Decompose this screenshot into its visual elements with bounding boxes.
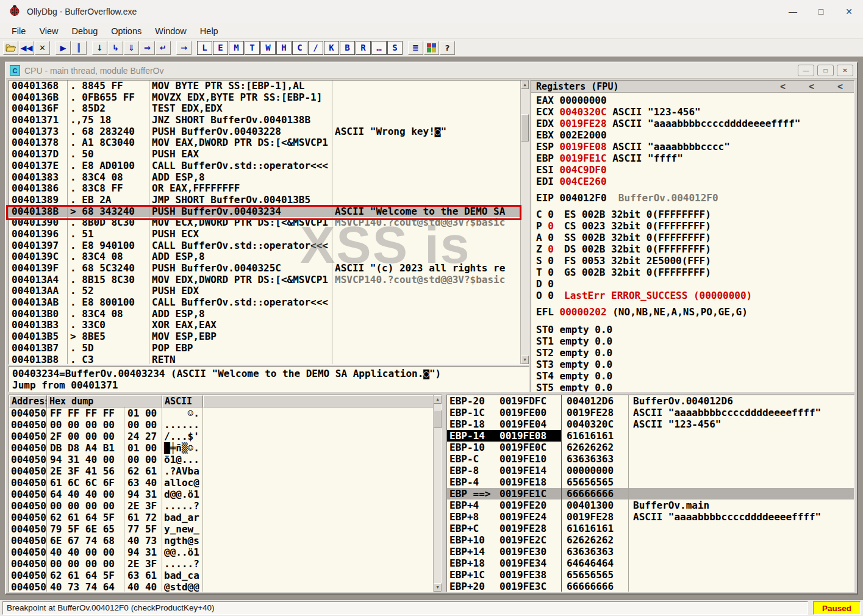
register-row[interactable]: EAX 00000000 (536, 95, 854, 106)
dump-row[interactable]: 00405000 00 00 002E 3F.....? (9, 500, 433, 512)
stack-row[interactable]: EBP-40019FE1865656565 (447, 476, 854, 488)
eflags-row[interactable]: EFL 00000202 (NO,NB,NE,A,NS,PO,GE,G) (536, 306, 854, 318)
disasm-row[interactable]: 00401378. A1 8C3040MOV EAX,DWORD PTR DS:… (9, 137, 520, 149)
disasm-row[interactable]: 00401389. EB 2AJMP SHORT BufferOv.004013… (9, 195, 520, 206)
view-call-stack-button[interactable]: K (324, 41, 339, 55)
disasm-row[interactable]: 0040139F. 68 5C3240PUSH BufferOv.0040325… (9, 263, 520, 274)
fpu-register-row[interactable]: ST2 empty 0.0 (536, 347, 854, 359)
dump-row[interactable]: 00405040 73 74 6440 40@std@@ (9, 581, 433, 592)
appearance-button[interactable] (424, 41, 439, 55)
register-row[interactable]: ESP 0019FE08 ASCII "aaaabbbbcccc" (536, 141, 854, 152)
fpu-register-row[interactable]: ST4 empty 0.0 (536, 370, 854, 382)
register-row[interactable]: ECX 0040320C ASCII "123-456" (536, 106, 854, 118)
stack-row[interactable]: EBP+1C0019FE3865656565 (447, 569, 854, 581)
stack-row[interactable]: EBP+100019FE2C62626262 (447, 534, 854, 546)
restart-button[interactable]: ◀◀ (19, 41, 34, 55)
view-threads-button[interactable]: T (245, 41, 260, 55)
disasm-row[interactable]: 00401368. 8845 FFMOV BYTE PTR SS:[EBP-1]… (9, 81, 520, 92)
dump-header-hex[interactable]: Hex dump (47, 395, 162, 407)
fpu-register-row[interactable]: ST1 empty 0.0 (536, 335, 854, 347)
view-references-button[interactable]: R (356, 41, 371, 55)
stack-row[interactable]: EBP-1C0019FE000019FE28ASCII "aaaabbbbccc… (447, 407, 854, 418)
view-windows-button[interactable]: W (260, 41, 276, 55)
disasm-scrollbar-thumb[interactable] (521, 114, 529, 141)
fpu-register-row[interactable]: ST0 empty 0.0 (536, 324, 854, 335)
menu-view[interactable]: View (32, 24, 65, 38)
flag-row[interactable]: A 0SS 002B 32bit 0(FFFFFFFF) (536, 232, 854, 243)
animate-over-button[interactable]: ⇒ (140, 41, 155, 55)
dump-row[interactable]: 0040506E 67 74 6840 73ngth@s (9, 535, 433, 546)
flag-row[interactable]: O 0LastErr ERROR_SUCCESS (00000000) (536, 290, 854, 301)
cpu-title-bar[interactable]: C CPU - main thread, module BufferOv — □… (6, 63, 857, 79)
step-into-button[interactable]: ↓ (92, 41, 107, 55)
disasm-row[interactable]: 00401390. 8B0D 8C30MOV ECX,DWORD PTR DS:… (9, 217, 520, 229)
menu-help[interactable]: Help (193, 24, 225, 38)
dump-row[interactable]: 00405000 00 00 002E 3F.....? (9, 558, 433, 570)
flag-row[interactable]: T 0GS 002B 32bit 0(FFFFFFFF) (536, 267, 854, 278)
view-cpu-button[interactable]: C (292, 41, 307, 55)
disasm-row[interactable]: 0040138B> 68 343240PUSH BufferOv.0040323… (9, 206, 520, 218)
pause-button[interactable]: ║ (71, 41, 87, 55)
disasm-row[interactable]: 00401397. E8 940100CALL BufferOv.std::op… (9, 240, 520, 252)
dump-header-address[interactable]: Address (9, 395, 47, 407)
disasm-row[interactable]: 00401371.,75 18JNZ SHORT BufferOv.004013… (9, 115, 520, 126)
register-row[interactable]: EDX 0019FE28 ASCII "aaaabbbbccccddddeeee… (536, 118, 854, 129)
menu-debug[interactable]: Debug (65, 24, 105, 38)
chevron-left-icon[interactable]: < (780, 81, 786, 92)
disasm-row[interactable]: 004013B5> 8BE5MOV ESP,EBP (9, 331, 520, 343)
flag-row[interactable]: P 0CS 0023 32bit 0(FFFFFFFF) (536, 220, 854, 232)
view-breakpoints-button[interactable]: B (340, 41, 355, 55)
flag-row[interactable]: C 0ES 002B 32bit 0(FFFFFFFF) (536, 209, 854, 220)
go-to-address-button[interactable]: → (176, 41, 192, 55)
dump-row[interactable]: 00405062 61 64 5F61 72bad_ar (9, 512, 433, 523)
menu-file[interactable]: File (5, 24, 32, 38)
register-row[interactable]: ESI 004C9DF0 (536, 164, 854, 176)
disasm-row[interactable]: 004013B3. 33C0XOR EAX,EAX (9, 320, 520, 331)
stack-row[interactable]: EBP-C0019FE1063636363 (447, 453, 854, 465)
disasm-row[interactable]: 004013AA. 52PUSH EDX (9, 285, 520, 297)
dump-header-ascii[interactable]: ASCII (162, 395, 203, 407)
run-button[interactable]: ▶ (56, 41, 71, 55)
disasm-row[interactable]: 0040136F. 85D2TEST EDX,EDX (9, 103, 520, 115)
scroll-up-icon[interactable]: ▲ (521, 81, 529, 89)
scroll-up-icon[interactable]: ▲ (434, 395, 442, 404)
register-row-eip[interactable]: EIP 004012F0 BufferOv.004012F0 (536, 192, 854, 204)
view-handles-button[interactable]: H (276, 41, 292, 55)
animate-into-button[interactable]: ⇓ (124, 41, 139, 55)
register-row[interactable]: EBX 002E2000 (536, 129, 854, 141)
view-executables-button[interactable]: E (213, 41, 228, 55)
view-log-button[interactable]: L (197, 41, 212, 55)
stack-row[interactable]: EBP+140019FE3063636363 (447, 546, 854, 557)
disasm-row[interactable]: 004013AB. E8 800100CALL BufferOv.std::op… (9, 297, 520, 309)
view-patches-button[interactable]: / (308, 41, 323, 55)
close-icon[interactable]: ✕ (835, 0, 863, 23)
maximize-icon[interactable]: □ (807, 0, 835, 23)
disasm-row[interactable]: 004013B8. C3RETN (9, 354, 520, 365)
dump-row[interactable]: 00405061 6C 6C 6F63 40alloc@ (9, 477, 433, 489)
stack-row[interactable]: EBP+80019FE240019FE28ASCII "aaaabbbbcccc… (447, 511, 854, 523)
chevron-left-icon[interactable]: < (837, 81, 843, 92)
stack-row[interactable]: EBP+180019FE3464646464 (447, 557, 854, 569)
cpu-minimize-icon[interactable]: — (798, 65, 814, 76)
stack-row[interactable]: EBP-200019FDFC004012D6BufferOv.004012D6 (447, 395, 854, 407)
stack-row[interactable]: EBP-140019FE0861616161 (447, 430, 854, 442)
scroll-down-icon[interactable]: ▼ (434, 583, 442, 592)
fpu-register-row[interactable]: ST3 empty 0.0 (536, 359, 854, 370)
dump-row[interactable]: 00405040 40 00 0094 31@@..ö1 (9, 546, 433, 558)
stack-row[interactable]: EBP+40019FE2000401300BufferOv.main (447, 500, 854, 511)
open-file-button[interactable] (3, 41, 18, 55)
view-memory-button[interactable]: M (229, 41, 244, 55)
disasm-row[interactable]: 0040139C. 83C4 08ADD ESP,8 (9, 251, 520, 263)
dump-row[interactable]: 0040502F 00 00 0024 27/...$' (9, 431, 433, 442)
stack-row[interactable]: EBP+200019FE3C66666666 (447, 581, 854, 592)
disasm-row[interactable]: 0040137D. 50PUSH EAX (9, 149, 520, 160)
disasm-row[interactable]: 00401386. 83C8 FFOR EAX,FFFFFFFF (9, 183, 520, 195)
menu-window[interactable]: Window (148, 24, 193, 38)
flag-row[interactable]: D 0 (536, 278, 854, 290)
cpu-restore-icon[interactable]: □ (817, 65, 834, 76)
stack-row[interactable]: EBP+C0019FE2861616161 (447, 523, 854, 534)
help-button[interactable]: ? (440, 41, 455, 55)
dump-row[interactable]: 00405064 40 40 0094 31d@@.ö1 (9, 489, 433, 500)
dump-scrollbar-thumb[interactable] (434, 410, 442, 428)
stack-row[interactable]: EBP-100019FE0C62626262 (447, 442, 854, 453)
